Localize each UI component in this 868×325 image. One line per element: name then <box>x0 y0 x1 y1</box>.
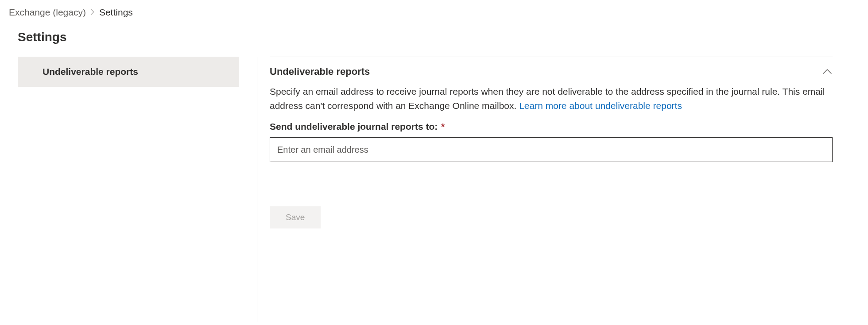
email-field-label: Send undeliverable journal reports to: * <box>270 121 833 132</box>
sidebar-item-undeliverable-reports[interactable]: Undeliverable reports <box>18 57 239 87</box>
undeliverable-email-input[interactable] <box>270 137 833 162</box>
save-button[interactable]: Save <box>270 206 321 228</box>
email-field-label-text: Send undeliverable journal reports to: <box>270 121 438 132</box>
required-indicator: * <box>441 121 445 132</box>
section-top-border <box>270 57 833 57</box>
section-description: Specify an email address to receive jour… <box>270 85 833 112</box>
breadcrumb-parent-link[interactable]: Exchange (legacy) <box>9 7 86 18</box>
learn-more-link[interactable]: Learn more about undeliverable reports <box>519 101 682 111</box>
main-content: Undeliverable reports Specify an email a… <box>257 57 850 322</box>
breadcrumb: Exchange (legacy) Settings <box>0 0 868 21</box>
section-header-undeliverable-reports[interactable]: Undeliverable reports <box>270 66 833 77</box>
chevron-right-icon <box>89 8 96 17</box>
page-title: Settings <box>18 30 850 44</box>
settings-sidebar: Undeliverable reports <box>18 57 257 322</box>
section-title: Undeliverable reports <box>270 66 370 77</box>
breadcrumb-current: Settings <box>99 7 133 18</box>
chevron-up-icon <box>822 66 833 77</box>
